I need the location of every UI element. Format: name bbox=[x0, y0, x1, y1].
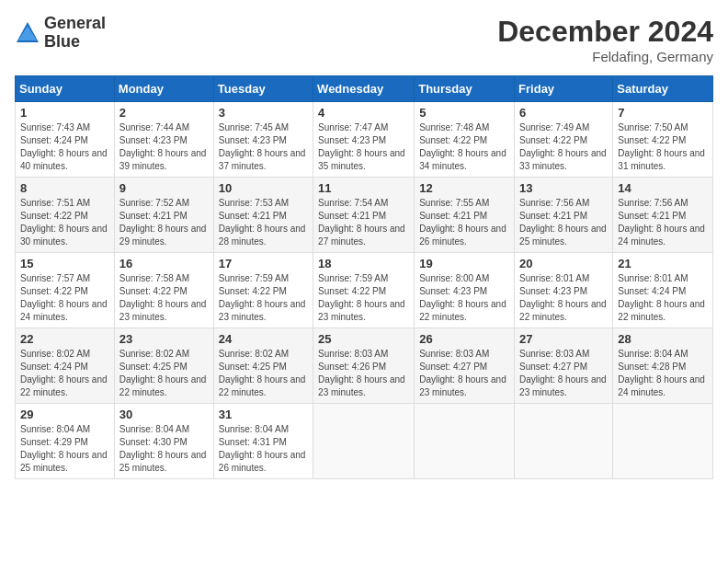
day-number: 12 bbox=[419, 181, 509, 195]
day-number: 13 bbox=[519, 181, 608, 195]
day-number: 26 bbox=[419, 332, 509, 346]
calendar-cell bbox=[515, 404, 613, 479]
logo-icon bbox=[15, 20, 40, 46]
calendar-cell: 11 Sunrise: 7:54 AM Sunset: 4:21 PM Dayl… bbox=[313, 178, 415, 253]
daylight-label: Daylight: 8 hours and 25 minutes. bbox=[20, 450, 108, 473]
day-info: Sunrise: 7:50 AM Sunset: 4:22 PM Dayligh… bbox=[618, 121, 708, 173]
day-info: Sunrise: 7:57 AM Sunset: 4:22 PM Dayligh… bbox=[20, 272, 109, 324]
sunrise-label: Sunrise: 8:03 AM bbox=[519, 349, 589, 359]
sunrise-label: Sunrise: 7:59 AM bbox=[318, 273, 388, 283]
svg-marker-1 bbox=[18, 26, 37, 40]
sunrise-label: Sunrise: 8:03 AM bbox=[318, 349, 388, 359]
day-number: 16 bbox=[119, 257, 209, 270]
day-number: 30 bbox=[119, 408, 209, 421]
calendar-cell: 30 Sunrise: 8:04 AM Sunset: 4:30 PM Dayl… bbox=[114, 404, 213, 479]
calendar-cell: 25 Sunrise: 8:03 AM Sunset: 4:26 PM Dayl… bbox=[313, 328, 415, 404]
title-block: December 2024 Feldafing, Germany bbox=[497, 15, 713, 64]
calendar-cell: 18 Sunrise: 7:59 AM Sunset: 4:22 PM Dayl… bbox=[313, 253, 415, 328]
day-info: Sunrise: 7:59 AM Sunset: 4:22 PM Dayligh… bbox=[219, 272, 308, 324]
sunrise-label: Sunrise: 7:53 AM bbox=[219, 198, 289, 208]
daylight-label: Daylight: 8 hours and 31 minutes. bbox=[618, 148, 705, 171]
daylight-label: Daylight: 8 hours and 22 minutes. bbox=[419, 299, 506, 322]
sunrise-label: Sunrise: 8:04 AM bbox=[618, 349, 688, 359]
sunset-label: Sunset: 4:31 PM bbox=[219, 437, 287, 447]
calendar-cell bbox=[313, 404, 415, 479]
calendar-week-5: 29 Sunrise: 8:04 AM Sunset: 4:29 PM Dayl… bbox=[16, 404, 713, 479]
sunset-label: Sunset: 4:24 PM bbox=[20, 135, 88, 145]
daylight-label: Daylight: 8 hours and 26 minutes. bbox=[219, 450, 306, 473]
sunrise-label: Sunrise: 7:44 AM bbox=[119, 122, 189, 132]
calendar-cell: 2 Sunrise: 7:44 AM Sunset: 4:23 PM Dayli… bbox=[114, 102, 213, 178]
sunset-label: Sunset: 4:24 PM bbox=[20, 362, 88, 372]
sunrise-label: Sunrise: 7:52 AM bbox=[119, 198, 189, 208]
day-number: 11 bbox=[318, 181, 409, 195]
day-info: Sunrise: 7:49 AM Sunset: 4:22 PM Dayligh… bbox=[519, 121, 608, 173]
day-info: Sunrise: 7:56 AM Sunset: 4:21 PM Dayligh… bbox=[519, 197, 608, 248]
logo: General Blue bbox=[15, 15, 106, 52]
day-info: Sunrise: 7:55 AM Sunset: 4:21 PM Dayligh… bbox=[419, 197, 509, 248]
sunrise-label: Sunrise: 7:54 AM bbox=[318, 198, 388, 208]
daylight-label: Daylight: 8 hours and 28 minutes. bbox=[219, 224, 306, 247]
sunrise-label: Sunrise: 8:03 AM bbox=[419, 349, 489, 359]
daylight-label: Daylight: 8 hours and 23 minutes. bbox=[318, 374, 405, 397]
day-number: 1 bbox=[20, 106, 109, 120]
calendar-cell: 5 Sunrise: 7:48 AM Sunset: 4:22 PM Dayli… bbox=[415, 102, 515, 178]
col-tuesday: Tuesday bbox=[213, 76, 313, 102]
location-subtitle: Feldafing, Germany bbox=[497, 49, 713, 64]
day-number: 3 bbox=[219, 106, 308, 120]
calendar-week-4: 22 Sunrise: 8:02 AM Sunset: 4:24 PM Dayl… bbox=[16, 328, 713, 404]
sunrise-label: Sunrise: 8:04 AM bbox=[119, 424, 189, 434]
calendar-cell: 17 Sunrise: 7:59 AM Sunset: 4:22 PM Dayl… bbox=[213, 253, 313, 328]
day-number: 5 bbox=[419, 106, 509, 120]
sunrise-label: Sunrise: 8:04 AM bbox=[20, 424, 90, 434]
sunset-label: Sunset: 4:28 PM bbox=[618, 362, 686, 372]
day-number: 20 bbox=[519, 257, 608, 270]
calendar-cell: 21 Sunrise: 8:01 AM Sunset: 4:24 PM Dayl… bbox=[613, 253, 713, 328]
sunset-label: Sunset: 4:22 PM bbox=[219, 286, 287, 296]
daylight-label: Daylight: 8 hours and 25 minutes. bbox=[119, 450, 207, 473]
sunset-label: Sunset: 4:21 PM bbox=[618, 211, 686, 221]
daylight-label: Daylight: 8 hours and 27 minutes. bbox=[318, 224, 405, 247]
daylight-label: Daylight: 8 hours and 23 minutes. bbox=[119, 299, 207, 322]
sunrise-label: Sunrise: 8:02 AM bbox=[20, 349, 90, 359]
daylight-label: Daylight: 8 hours and 22 minutes. bbox=[519, 299, 607, 322]
daylight-label: Daylight: 8 hours and 22 minutes. bbox=[20, 374, 108, 397]
day-number: 14 bbox=[618, 181, 708, 195]
sunset-label: Sunset: 4:22 PM bbox=[119, 286, 188, 296]
day-info: Sunrise: 7:43 AM Sunset: 4:24 PM Dayligh… bbox=[20, 121, 109, 173]
sunrise-label: Sunrise: 7:50 AM bbox=[618, 122, 688, 132]
sunset-label: Sunset: 4:30 PM bbox=[119, 437, 188, 447]
day-number: 21 bbox=[618, 257, 708, 270]
sunset-label: Sunset: 4:22 PM bbox=[318, 286, 386, 296]
day-number: 18 bbox=[318, 257, 409, 270]
day-number: 27 bbox=[519, 332, 608, 346]
sunrise-label: Sunrise: 8:02 AM bbox=[219, 349, 289, 359]
daylight-label: Daylight: 8 hours and 23 minutes. bbox=[519, 374, 607, 397]
col-monday: Monday bbox=[114, 76, 213, 102]
calendar-cell: 1 Sunrise: 7:43 AM Sunset: 4:24 PM Dayli… bbox=[16, 102, 115, 178]
col-friday: Friday bbox=[515, 76, 613, 102]
day-info: Sunrise: 8:03 AM Sunset: 4:26 PM Dayligh… bbox=[318, 348, 409, 399]
col-wednesday: Wednesday bbox=[313, 76, 415, 102]
calendar-week-1: 1 Sunrise: 7:43 AM Sunset: 4:24 PM Dayli… bbox=[16, 102, 713, 178]
logo-text: General Blue bbox=[44, 15, 106, 52]
sunset-label: Sunset: 4:21 PM bbox=[219, 211, 287, 221]
sunset-label: Sunset: 4:27 PM bbox=[519, 362, 587, 372]
calendar-cell: 14 Sunrise: 7:56 AM Sunset: 4:21 PM Dayl… bbox=[613, 178, 713, 253]
day-number: 9 bbox=[119, 181, 209, 195]
day-info: Sunrise: 7:45 AM Sunset: 4:23 PM Dayligh… bbox=[219, 121, 308, 173]
calendar-cell: 26 Sunrise: 8:03 AM Sunset: 4:27 PM Dayl… bbox=[415, 328, 515, 404]
sunset-label: Sunset: 4:21 PM bbox=[119, 211, 188, 221]
calendar-cell: 12 Sunrise: 7:55 AM Sunset: 4:21 PM Dayl… bbox=[415, 178, 515, 253]
sunset-label: Sunset: 4:22 PM bbox=[519, 135, 587, 145]
calendar-cell: 24 Sunrise: 8:02 AM Sunset: 4:25 PM Dayl… bbox=[213, 328, 313, 404]
calendar-cell: 20 Sunrise: 8:01 AM Sunset: 4:23 PM Dayl… bbox=[515, 253, 613, 328]
sunrise-label: Sunrise: 7:45 AM bbox=[219, 122, 289, 132]
sunrise-label: Sunrise: 7:47 AM bbox=[318, 122, 388, 132]
col-saturday: Saturday bbox=[613, 76, 713, 102]
day-number: 31 bbox=[219, 408, 308, 421]
calendar-cell: 8 Sunrise: 7:51 AM Sunset: 4:22 PM Dayli… bbox=[16, 178, 115, 253]
calendar-cell: 6 Sunrise: 7:49 AM Sunset: 4:22 PM Dayli… bbox=[515, 102, 613, 178]
day-info: Sunrise: 8:02 AM Sunset: 4:25 PM Dayligh… bbox=[119, 348, 209, 399]
sunset-label: Sunset: 4:29 PM bbox=[20, 437, 88, 447]
